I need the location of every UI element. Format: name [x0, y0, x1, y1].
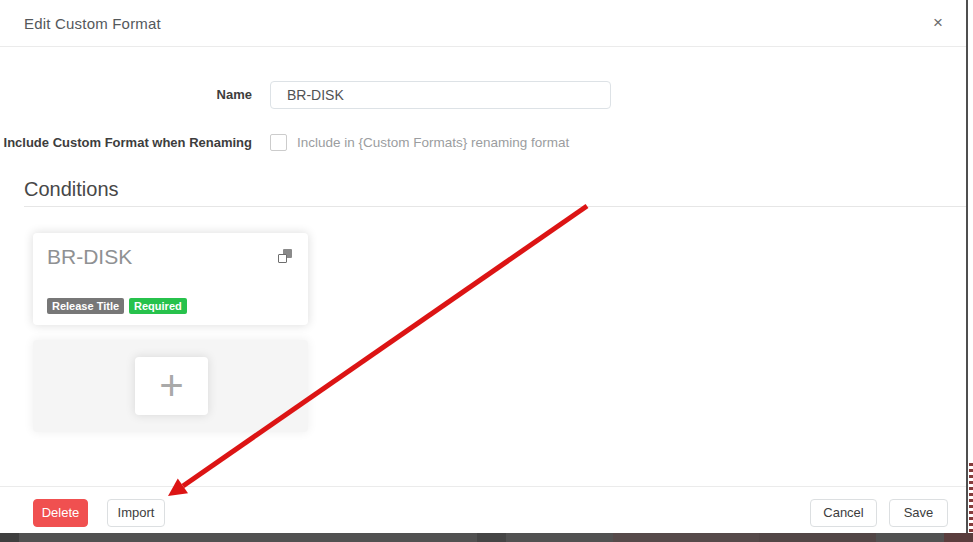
delete-button[interactable]: Delete: [33, 499, 88, 527]
condition-tag-implementation: Release Title: [47, 298, 124, 314]
condition-card-title: BR-DISK: [47, 245, 132, 269]
clone-icon-front-square: [278, 254, 287, 263]
conditions-divider: [24, 206, 966, 207]
cancel-button[interactable]: Cancel: [810, 499, 877, 527]
modal-title: Edit Custom Format: [24, 0, 161, 47]
footer-divider: [0, 486, 966, 487]
plus-icon: +: [159, 362, 184, 409]
window-right-edge: [966, 0, 968, 533]
import-button[interactable]: Import: [107, 499, 165, 527]
window-right-edge-artifacts: [969, 463, 973, 533]
condition-card[interactable]: BR-DISK Release Title Required: [33, 233, 308, 325]
add-condition-card: +: [33, 340, 308, 432]
close-icon[interactable]: ×: [927, 12, 949, 34]
name-input[interactable]: [270, 81, 611, 109]
condition-tag-row: Release Title Required: [47, 298, 187, 314]
clone-icon[interactable]: [278, 249, 292, 263]
include-renaming-help-text: Include in {Custom Formats} renaming for…: [297, 129, 569, 157]
edit-custom-format-modal: Edit Custom Format × Name Include Custom…: [0, 0, 973, 542]
condition-tag-required: Required: [129, 298, 187, 314]
name-label: Name: [0, 81, 252, 109]
modal-header: Edit Custom Format ×: [0, 0, 966, 47]
save-button[interactable]: Save: [889, 499, 948, 527]
include-renaming-checkbox[interactable]: [270, 134, 287, 151]
window-bottom-edge: [0, 533, 973, 542]
conditions-heading: Conditions: [24, 178, 119, 201]
add-condition-button[interactable]: +: [135, 357, 208, 415]
include-renaming-label: Include Custom Format when Renaming: [0, 129, 252, 157]
